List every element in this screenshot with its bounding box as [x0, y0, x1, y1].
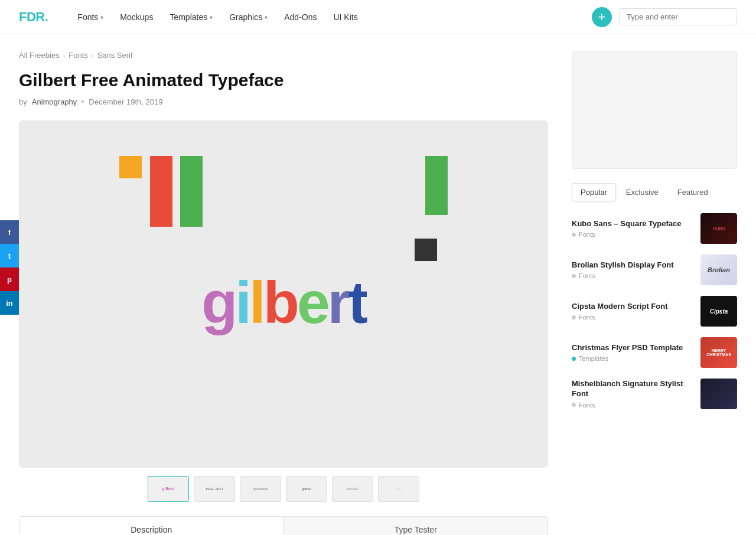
tab-featured[interactable]: Featured [669, 183, 717, 201]
nav-right: + [592, 7, 737, 27]
content-tabs: Description Type Tester [19, 516, 548, 536]
thumbnail-6[interactable]: :::: [378, 476, 419, 502]
meta-dot [82, 100, 84, 103]
search-input[interactable] [627, 12, 729, 21]
facebook-button[interactable]: f [0, 220, 19, 244]
sidebar-item-cat-0: Fonts [572, 231, 693, 238]
nav-item-fonts[interactable]: Fonts ▾ [69, 0, 112, 34]
post-author[interactable]: Animography [32, 97, 77, 106]
sidebar-item-3[interactable]: Christmas Flyer PSD Template Templates M… [572, 337, 737, 368]
breadcrumb-all-freebies[interactable]: All Freebies [19, 51, 60, 60]
page-title: Gilbert Free Animated Typeface [19, 69, 548, 92]
category-dot [572, 315, 576, 319]
thumbnail-4[interactable]: gilbert [286, 476, 327, 502]
sidebar-item-title-4: Mishelblanch Signature Stylist Font [572, 379, 693, 399]
category-dot [572, 357, 576, 361]
post-meta: by Animography December 19th, 2019 [19, 97, 548, 106]
popular-tabs: Popular Exclusive Featured [572, 183, 737, 201]
search-box[interactable] [619, 8, 737, 25]
sidebar-item-cat-4: Fonts [572, 402, 693, 409]
sidebar-item-title-2: Cipsta Modern Script Font [572, 302, 693, 312]
sidebar-thumb-0: KUBO [700, 213, 737, 244]
breadcrumb-fonts[interactable]: Fonts [69, 51, 88, 60]
main-image: g i l b e r t [19, 120, 548, 468]
main-content: All Freebies › Fonts › Sans Serif Gilber… [19, 34, 572, 535]
breadcrumb-separator: › [92, 52, 94, 59]
sidebar-item-cat-2: Fonts [572, 314, 693, 321]
sidebar-item-0[interactable]: Kubo Sans – Square Typeface Fonts KUBO [572, 213, 737, 244]
linkedin-button[interactable]: in [0, 291, 19, 315]
sidebar: Popular Exclusive Featured Kubo Sans – S… [572, 34, 737, 535]
sidebar-item-4[interactable]: Mishelblanch Signature Stylist Font Font… [572, 379, 737, 409]
twitter-button[interactable]: t [0, 244, 19, 268]
breadcrumb-sans-serif[interactable]: Sans Serif [97, 51, 133, 60]
tab-exclusive[interactable]: Exclusive [617, 183, 667, 201]
sidebar-item-1[interactable]: Brolian Stylish Display Font Fonts Broli… [572, 255, 737, 285]
sidebar-item-cat-3: Templates [572, 355, 693, 362]
social-sidebar: f t p in [0, 220, 19, 315]
logo[interactable]: FDR. [19, 9, 48, 25]
chevron-down-icon: ▾ [210, 14, 213, 21]
sidebar-thumb-3: MERRY CHRISTMAS [700, 337, 737, 368]
sidebar-item-cat-1: Fonts [572, 272, 693, 279]
tab-type-tester[interactable]: Type Tester [284, 517, 548, 536]
thumbnail-1[interactable]: gilbert [148, 476, 189, 502]
sidebar-ad [572, 51, 737, 169]
nav-item-uikits[interactable]: UI Kits [325, 0, 366, 34]
thumbnail-2[interactable]: 1992–2017 [194, 476, 235, 502]
page-wrap: All Freebies › Fonts › Sans Serif Gilber… [0, 34, 756, 535]
breadcrumb-separator: › [63, 52, 66, 59]
nav-item-addons[interactable]: Add-Ons [276, 0, 325, 34]
sidebar-item-title-1: Brolian Stylish Display Font [572, 260, 693, 270]
sidebar-item-title-3: Christmas Flyer PSD Template [572, 343, 693, 353]
category-dot [572, 403, 576, 407]
nav-item-templates[interactable]: Templates ▾ [161, 0, 221, 34]
sidebar-thumb-2: Cipsta [700, 296, 737, 327]
nav-item-graphics[interactable]: Graphics ▾ [221, 0, 276, 34]
add-button[interactable]: + [592, 7, 612, 27]
thumbnail-strip: gilbert 1992–2017 specimen gilbert ABCDE… [19, 476, 548, 502]
chevron-down-icon: ▾ [265, 14, 268, 21]
pinterest-button[interactable]: p [0, 268, 19, 291]
thumbnail-5[interactable]: ABCDEF [332, 476, 373, 502]
sidebar-item-2[interactable]: Cipsta Modern Script Font Fonts Cipsta [572, 296, 737, 327]
nav-item-mockups[interactable]: Mockups [112, 0, 161, 34]
breadcrumb: All Freebies › Fonts › Sans Serif [19, 51, 548, 60]
post-date: December 19th, 2019 [89, 97, 162, 106]
chevron-down-icon: ▾ [100, 14, 103, 21]
tab-description[interactable]: Description [19, 517, 284, 536]
sidebar-thumb-1: Brolian [700, 255, 737, 285]
main-nav: Fonts ▾ Mockups Templates ▾ Graphics ▾ A… [69, 0, 592, 34]
category-dot [572, 233, 576, 237]
thumbnail-3[interactable]: specimen [240, 476, 281, 502]
sidebar-thumb-4 [700, 379, 737, 409]
tab-popular[interactable]: Popular [572, 183, 616, 201]
header: FDR. Fonts ▾ Mockups Templates ▾ Graphic… [0, 0, 756, 34]
sidebar-item-title-0: Kubo Sans – Square Typeface [572, 219, 693, 229]
category-dot [572, 274, 576, 278]
